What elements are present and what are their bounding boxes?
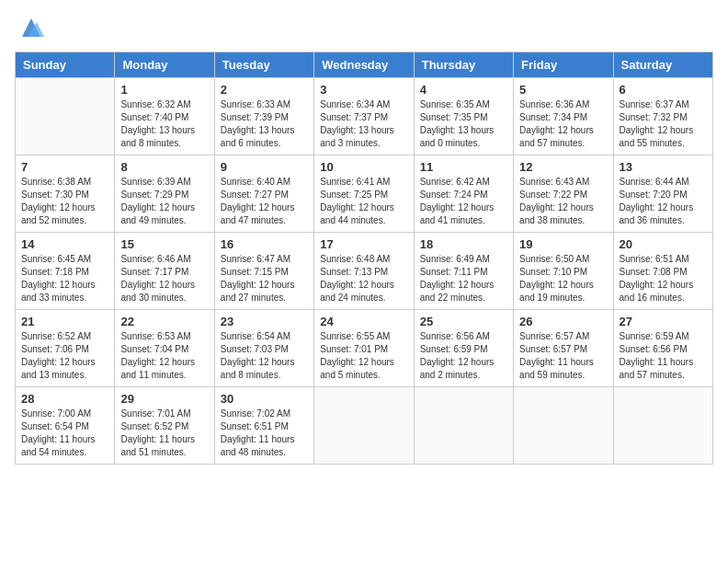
calendar-cell: 20Sunrise: 6:51 AM Sunset: 7:08 PM Dayli… <box>613 233 712 310</box>
calendar-cell <box>16 78 115 155</box>
calendar-cell: 7Sunrise: 6:38 AM Sunset: 7:30 PM Daylig… <box>16 155 115 233</box>
calendar-cell: 22Sunrise: 6:53 AM Sunset: 7:04 PM Dayli… <box>115 310 214 387</box>
calendar-cell: 12Sunrise: 6:43 AM Sunset: 7:22 PM Dayli… <box>514 155 613 233</box>
day-info: Sunrise: 6:48 AM Sunset: 7:13 PM Dayligh… <box>320 253 407 304</box>
logo <box>15 15 44 40</box>
day-info: Sunrise: 6:52 AM Sunset: 7:06 PM Dayligh… <box>21 330 108 382</box>
day-info: Sunrise: 6:57 AM Sunset: 6:57 PM Dayligh… <box>519 330 607 382</box>
calendar-cell: 6Sunrise: 6:37 AM Sunset: 7:32 PM Daylig… <box>613 78 712 155</box>
day-number: 24 <box>320 315 407 328</box>
calendar-cell: 15Sunrise: 6:46 AM Sunset: 7:17 PM Dayli… <box>115 233 214 310</box>
calendar-cell: 11Sunrise: 6:42 AM Sunset: 7:24 PM Dayli… <box>414 155 513 233</box>
weekday-header-friday: Friday <box>514 52 613 78</box>
calendar-week-5: 28Sunrise: 7:00 AM Sunset: 6:54 PM Dayli… <box>16 387 713 465</box>
day-number: 4 <box>420 83 507 97</box>
day-info: Sunrise: 6:32 AM Sunset: 7:40 PM Dayligh… <box>120 98 208 150</box>
calendar-cell: 1Sunrise: 6:32 AM Sunset: 7:40 PM Daylig… <box>115 78 214 155</box>
day-number: 7 <box>21 160 108 174</box>
calendar-cell: 10Sunrise: 6:41 AM Sunset: 7:25 PM Dayli… <box>314 155 414 233</box>
calendar-cell: 3Sunrise: 6:34 AM Sunset: 7:37 PM Daylig… <box>314 78 414 155</box>
calendar-cell: 17Sunrise: 6:48 AM Sunset: 7:13 PM Dayli… <box>314 233 414 310</box>
weekday-header-wednesday: Wednesday <box>314 52 414 78</box>
calendar-cell: 28Sunrise: 7:00 AM Sunset: 6:54 PM Dayli… <box>16 387 115 465</box>
calendar-cell: 19Sunrise: 6:50 AM Sunset: 7:10 PM Dayli… <box>514 233 613 310</box>
calendar-week-2: 7Sunrise: 6:38 AM Sunset: 7:30 PM Daylig… <box>16 155 713 233</box>
weekday-header-sunday: Sunday <box>16 52 115 78</box>
calendar-cell: 14Sunrise: 6:45 AM Sunset: 7:18 PM Dayli… <box>16 233 115 310</box>
calendar-cell: 18Sunrise: 6:49 AM Sunset: 7:11 PM Dayli… <box>414 233 513 310</box>
page-header <box>15 15 713 40</box>
calendar-cell: 5Sunrise: 6:36 AM Sunset: 7:34 PM Daylig… <box>514 78 613 155</box>
day-number: 1 <box>120 83 208 97</box>
day-number: 11 <box>420 160 507 174</box>
calendar-week-1: 1Sunrise: 6:32 AM Sunset: 7:40 PM Daylig… <box>16 78 713 155</box>
calendar-cell: 23Sunrise: 6:54 AM Sunset: 7:03 PM Dayli… <box>214 310 313 387</box>
day-number: 6 <box>620 83 707 97</box>
day-info: Sunrise: 6:43 AM Sunset: 7:22 PM Dayligh… <box>519 176 607 227</box>
day-number: 10 <box>320 160 407 174</box>
day-number: 2 <box>221 83 308 97</box>
day-info: Sunrise: 6:39 AM Sunset: 7:29 PM Dayligh… <box>120 176 208 227</box>
calendar-cell: 9Sunrise: 6:40 AM Sunset: 7:27 PM Daylig… <box>214 155 313 233</box>
calendar-cell <box>514 387 613 465</box>
day-info: Sunrise: 6:38 AM Sunset: 7:30 PM Dayligh… <box>21 176 108 227</box>
day-info: Sunrise: 6:33 AM Sunset: 7:39 PM Dayligh… <box>221 98 308 150</box>
day-info: Sunrise: 6:36 AM Sunset: 7:34 PM Dayligh… <box>519 98 607 150</box>
day-info: Sunrise: 7:01 AM Sunset: 6:52 PM Dayligh… <box>120 408 208 459</box>
calendar-cell: 29Sunrise: 7:01 AM Sunset: 6:52 PM Dayli… <box>115 387 214 465</box>
day-number: 12 <box>519 160 607 174</box>
day-info: Sunrise: 6:49 AM Sunset: 7:11 PM Dayligh… <box>420 253 507 304</box>
weekday-header-tuesday: Tuesday <box>214 52 313 78</box>
day-number: 29 <box>120 392 208 406</box>
logo-icon <box>18 15 44 40</box>
day-number: 27 <box>620 315 707 328</box>
day-number: 25 <box>420 315 507 328</box>
day-number: 28 <box>21 392 108 406</box>
calendar-cell: 2Sunrise: 6:33 AM Sunset: 7:39 PM Daylig… <box>214 78 313 155</box>
day-number: 14 <box>21 237 108 251</box>
day-info: Sunrise: 6:45 AM Sunset: 7:18 PM Dayligh… <box>21 253 108 304</box>
calendar-cell: 25Sunrise: 6:56 AM Sunset: 6:59 PM Dayli… <box>414 310 513 387</box>
weekday-header-saturday: Saturday <box>613 52 712 78</box>
calendar-cell <box>613 387 712 465</box>
day-info: Sunrise: 6:35 AM Sunset: 7:35 PM Dayligh… <box>420 98 507 150</box>
day-info: Sunrise: 7:00 AM Sunset: 6:54 PM Dayligh… <box>21 408 108 459</box>
day-info: Sunrise: 6:56 AM Sunset: 6:59 PM Dayligh… <box>420 330 507 382</box>
calendar-cell <box>314 387 414 465</box>
day-number: 15 <box>120 237 208 251</box>
weekday-header-thursday: Thursday <box>414 52 513 78</box>
day-number: 18 <box>420 237 507 251</box>
day-info: Sunrise: 6:37 AM Sunset: 7:32 PM Dayligh… <box>620 98 707 150</box>
calendar-week-3: 14Sunrise: 6:45 AM Sunset: 7:18 PM Dayli… <box>16 233 713 310</box>
day-number: 23 <box>221 315 308 328</box>
day-number: 3 <box>320 83 407 97</box>
day-number: 20 <box>620 237 707 251</box>
day-info: Sunrise: 7:02 AM Sunset: 6:51 PM Dayligh… <box>221 408 308 459</box>
day-info: Sunrise: 6:44 AM Sunset: 7:20 PM Dayligh… <box>620 176 707 227</box>
day-info: Sunrise: 6:40 AM Sunset: 7:27 PM Dayligh… <box>221 176 308 227</box>
calendar-cell: 8Sunrise: 6:39 AM Sunset: 7:29 PM Daylig… <box>115 155 214 233</box>
day-info: Sunrise: 6:46 AM Sunset: 7:17 PM Dayligh… <box>120 253 208 304</box>
day-info: Sunrise: 6:59 AM Sunset: 6:56 PM Dayligh… <box>620 330 707 382</box>
day-info: Sunrise: 6:42 AM Sunset: 7:24 PM Dayligh… <box>420 176 507 227</box>
day-number: 17 <box>320 237 407 251</box>
calendar-cell: 26Sunrise: 6:57 AM Sunset: 6:57 PM Dayli… <box>514 310 613 387</box>
day-number: 30 <box>221 392 308 406</box>
day-info: Sunrise: 6:47 AM Sunset: 7:15 PM Dayligh… <box>221 253 308 304</box>
day-info: Sunrise: 6:34 AM Sunset: 7:37 PM Dayligh… <box>320 98 407 150</box>
day-number: 5 <box>519 83 607 97</box>
day-info: Sunrise: 6:50 AM Sunset: 7:10 PM Dayligh… <box>519 253 607 304</box>
day-number: 22 <box>120 315 208 328</box>
day-info: Sunrise: 6:41 AM Sunset: 7:25 PM Dayligh… <box>320 176 407 227</box>
calendar-week-4: 21Sunrise: 6:52 AM Sunset: 7:06 PM Dayli… <box>16 310 713 387</box>
day-number: 13 <box>620 160 707 174</box>
calendar-cell: 30Sunrise: 7:02 AM Sunset: 6:51 PM Dayli… <box>214 387 313 465</box>
day-number: 8 <box>120 160 208 174</box>
day-number: 9 <box>221 160 308 174</box>
calendar-cell <box>414 387 513 465</box>
day-info: Sunrise: 6:51 AM Sunset: 7:08 PM Dayligh… <box>620 253 707 304</box>
day-info: Sunrise: 6:54 AM Sunset: 7:03 PM Dayligh… <box>221 330 308 382</box>
day-info: Sunrise: 6:53 AM Sunset: 7:04 PM Dayligh… <box>120 330 208 382</box>
calendar-cell: 21Sunrise: 6:52 AM Sunset: 7:06 PM Dayli… <box>16 310 115 387</box>
day-number: 16 <box>221 237 308 251</box>
